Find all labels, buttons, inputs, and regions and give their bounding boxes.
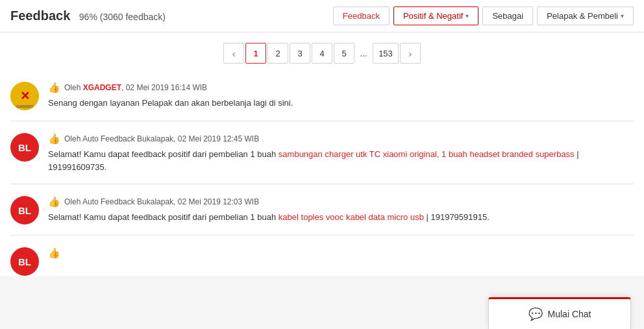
page-5-button[interactable]: 5 bbox=[334, 43, 354, 64]
avatar-initials: BL bbox=[18, 142, 31, 153]
feedback-item: ✕ GADGET 👍 Oleh XGADGET, 02 Mei 2019 16:… bbox=[10, 70, 634, 121]
thumb-up-icon: 👍 bbox=[48, 247, 60, 259]
avatar: BL bbox=[10, 133, 39, 162]
feedback-tab-button[interactable]: Feedback bbox=[333, 6, 390, 25]
avatar: ✕ GADGET bbox=[10, 82, 39, 110]
thumb-up-icon: 👍 bbox=[48, 196, 60, 208]
feedback-count: 96% (3060 feedback) bbox=[79, 12, 166, 22]
next-page-button[interactable]: › bbox=[400, 43, 421, 64]
product-link[interactable]: kabel toples vooc kabel data micro usb bbox=[279, 212, 424, 222]
positif-negatif-label: Positif & Negatif bbox=[403, 11, 464, 21]
feedback-content: 👍 Oleh Auto Feedback Bukalapak, 02 Mei 2… bbox=[48, 133, 634, 173]
sebagai-button[interactable]: Sebagai bbox=[482, 6, 533, 25]
page-3-button[interactable]: 3 bbox=[290, 43, 310, 64]
feedback-text: Selamat! Kamu dapat feedback positif dar… bbox=[48, 211, 634, 224]
last-page-button[interactable]: 153 bbox=[373, 43, 399, 64]
pelapak-pembeli-dropdown[interactable]: Pelapak & Pembeli ▾ bbox=[537, 6, 634, 25]
feedback-header: Feedback 96% (3060 feedback) Feedback Po… bbox=[0, 0, 644, 32]
pelapak-pembeli-label: Pelapak & Pembeli bbox=[547, 11, 618, 21]
prev-page-button[interactable]: ‹ bbox=[223, 43, 244, 64]
pagination: ‹ 1 2 3 4 5 ... 153 › bbox=[0, 32, 644, 70]
author-link[interactable]: XGADGET bbox=[83, 83, 121, 92]
page-2-button[interactable]: 2 bbox=[267, 43, 288, 64]
feedback-item: BL 👍 Oleh Auto Feedback Bukalapak, 02 Me… bbox=[10, 184, 634, 236]
page-1-button[interactable]: 1 bbox=[245, 43, 266, 64]
feedback-content: 👍 Oleh XGADGET, 02 Mei 2019 16:14 WIB Se… bbox=[48, 82, 634, 110]
feedback-author-meta: Oleh Auto Feedback Bukalapak, 02 Mei 201… bbox=[64, 197, 259, 206]
avatar: BL bbox=[10, 247, 39, 276]
feedback-author-meta: Oleh Auto Feedback Bukalapak, 02 Mei 201… bbox=[64, 134, 259, 143]
feedback-text: Senang dengan layanan Pelapak dan akan b… bbox=[48, 97, 634, 110]
feedback-meta: 👍 Oleh Auto Feedback Bukalapak, 02 Mei 2… bbox=[48, 133, 634, 145]
text-after: | 191979591915. bbox=[424, 212, 489, 222]
feedback-item-partial: BL 👍 bbox=[10, 236, 634, 276]
page-title: Feedback 96% (3060 feedback) bbox=[10, 8, 166, 23]
thumb-up-icon: 👍 bbox=[48, 82, 60, 93]
avatar-initials: BL bbox=[18, 256, 31, 267]
avatar: BL bbox=[10, 196, 39, 225]
page-4-button[interactable]: 4 bbox=[312, 43, 332, 64]
meta-prefix: Oleh bbox=[64, 83, 83, 92]
title-text: Feedback bbox=[10, 8, 70, 23]
xgadget-avatar-icon: ✕ GADGET bbox=[10, 82, 39, 110]
feedback-content: 👍 Oleh Auto Feedback Bukalapak, 02 Mei 2… bbox=[48, 196, 634, 224]
svg-text:✕: ✕ bbox=[20, 90, 30, 103]
thumb-up-icon: 👍 bbox=[48, 133, 60, 145]
chevron-down-icon: ▾ bbox=[465, 12, 469, 19]
feedback-meta: 👍 Oleh XGADGET, 02 Mei 2019 16:14 WIB bbox=[48, 82, 634, 93]
feedback-author-meta: Oleh XGADGET, 02 Mei 2019 16:14 WIB bbox=[64, 83, 207, 92]
text-before: Selamat! Kamu dapat feedback positif dar… bbox=[48, 149, 279, 159]
text-before: Selamat! Kamu dapat feedback positif dar… bbox=[48, 212, 279, 222]
feedback-item: BL 👍 Oleh Auto Feedback Bukalapak, 02 Me… bbox=[10, 121, 634, 184]
product-link[interactable]: sambungan charger utk TC xiaomi original… bbox=[279, 149, 575, 159]
feedback-title-area: Feedback 96% (3060 feedback) bbox=[10, 8, 166, 23]
feedback-list: ✕ GADGET 👍 Oleh XGADGET, 02 Mei 2019 16:… bbox=[0, 70, 644, 276]
header-controls: Feedback Positif & Negatif ▾ Sebagai Pel… bbox=[329, 6, 634, 25]
avatar-initials: BL bbox=[18, 205, 31, 216]
feedback-meta: 👍 bbox=[48, 247, 634, 259]
meta-suffix: , 02 Mei 2019 16:14 WIB bbox=[121, 83, 207, 92]
pagination-ellipsis: ... bbox=[356, 48, 371, 58]
feedback-text: Selamat! Kamu dapat feedback positif dar… bbox=[48, 148, 634, 173]
feedback-content: 👍 bbox=[48, 247, 634, 262]
positif-negatif-dropdown[interactable]: Positif & Negatif ▾ bbox=[393, 6, 479, 25]
feedback-meta: 👍 Oleh Auto Feedback Bukalapak, 02 Mei 2… bbox=[48, 196, 634, 208]
chevron-down-icon-2: ▾ bbox=[621, 12, 624, 19]
svg-text:GADGET: GADGET bbox=[16, 104, 33, 108]
